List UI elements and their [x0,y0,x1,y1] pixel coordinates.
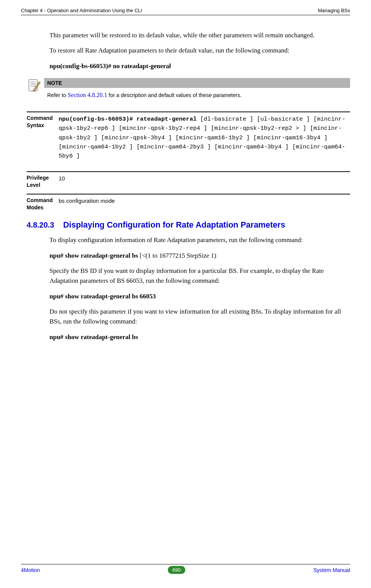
header-left: Chapter 4 - Operation and Administration… [21,8,142,13]
footer-right: System Manual [314,567,350,573]
section-p1: To display configuration information of … [49,235,350,245]
command-syntax-row: Command Syntax npu(config-bs-66053)# rat… [27,112,350,167]
section-cmd3: npu# show rateadapt-general bs [49,332,350,342]
intro-paragraph-2: To restore all Rate Adaptation parameter… [49,46,350,56]
intro-command: npu(config-bs-66053)# no rateadapt-gener… [49,61,350,71]
footer-left: 4Motion [21,567,40,573]
privilege-level-label: Privilege Level [27,174,59,189]
command-modes-value: bs configuration mode [59,197,350,212]
command-modes-row: Command Modes bs configuration mode [27,194,350,212]
note-block: NOTE Refer to Section 4.8.20.1 for a des… [27,78,350,102]
syntax-bold: npu(config-bs-66053)# rateadapt-general [59,116,197,123]
intro-paragraph-1: This parameter will be restored to its d… [49,30,350,40]
main-column: This parameter will be restored to its d… [49,30,350,342]
section-cmd2: npu# show rateadapt-general bs 66053 [49,292,350,301]
page-footer: 4Motion 690 System Manual [21,564,350,574]
command-modes-label: Command Modes [27,197,59,212]
note-label: NOTE [44,78,350,88]
section-cmd1-bold: npu# show rateadapt-general bs [49,252,138,259]
privilege-level-row: Privilege Level 10 [27,171,350,189]
note-body-suffix: for a description and default values of … [107,92,242,98]
command-syntax-label: Command Syntax [27,115,59,167]
command-syntax-value: npu(config-bs-66053)# rateadapt-general … [59,115,350,167]
section-title: Displaying Configuration for Rate Adapta… [63,220,285,230]
page-header: Chapter 4 - Operation and Administration… [21,8,350,15]
note-body: Refer to Section 4.8.20.1 for a descript… [44,88,350,102]
section-p3: Do not specify this parameter if you wan… [49,307,350,327]
note-section-link[interactable]: Section 4.8.20.1 [68,92,107,98]
section-cmd1: npu# show rateadapt-general bs [<(1 to 1… [49,251,350,261]
section-heading-row: 4.8.20.3 Displaying Configuration for Ra… [27,220,350,230]
note-icon [27,78,42,93]
page-number-badge: 690 [168,566,185,574]
header-right: Managing BSs [318,8,350,13]
section-number: 4.8.20.3 [27,221,63,229]
section-cmd1-rest: [<(1 to 16777215 StepSize 1) [138,252,217,259]
note-body-prefix: Refer to [47,92,68,98]
section-p2: Specify the BS ID if you want to display… [49,266,350,286]
privilege-level-value: 10 [59,174,350,189]
